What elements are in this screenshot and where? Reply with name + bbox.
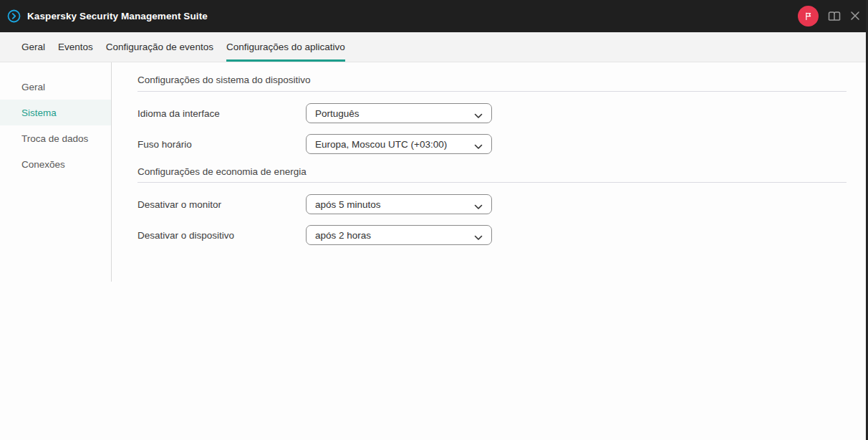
sidebar-item-conexoes[interactable]: Conexões xyxy=(0,151,111,177)
section-divider xyxy=(138,182,847,183)
settings-panel: Configurações do sistema do dispositivo … xyxy=(138,62,847,245)
app-title: Kaspersky Security Management Suite xyxy=(27,0,208,32)
device-off-label: Desativar o dispositivo xyxy=(138,230,306,241)
device-off-select[interactable]: após 2 horas xyxy=(306,225,492,245)
tab-configuracoes-do-aplicativo[interactable]: Configurações do aplicativo xyxy=(226,32,345,62)
flag-icon xyxy=(803,11,814,21)
kaspersky-logo-icon xyxy=(7,9,21,23)
monitor-off-select-value: após 5 minutos xyxy=(315,199,381,210)
sidebar-divider xyxy=(111,62,112,282)
device-off-select-value: após 2 horas xyxy=(315,230,371,241)
form-row-language: Idioma da interface Português xyxy=(138,103,847,123)
timezone-select[interactable]: Europa, Moscou UTC (+03:00) xyxy=(306,134,492,154)
sidebar-item-sistema[interactable]: Sistema xyxy=(0,100,111,125)
timezone-label: Fuso horário xyxy=(138,139,306,150)
tab-configuracao-de-eventos[interactable]: Configuração de eventos xyxy=(106,32,213,62)
chevron-down-icon xyxy=(474,232,483,238)
tab-geral[interactable]: Geral xyxy=(21,32,45,62)
timezone-select-value: Europa, Moscou UTC (+03:00) xyxy=(315,139,447,150)
language-select-value: Português xyxy=(315,108,360,119)
section-title-device-system: Configurações do sistema do dispositivo xyxy=(138,75,847,86)
monitor-off-select[interactable]: após 5 minutos xyxy=(306,194,492,214)
sidebar-item-geral[interactable]: Geral xyxy=(0,74,111,100)
section-divider xyxy=(138,91,847,92)
application-window: Kaspersky Security Management Suite xyxy=(0,0,868,440)
section-title-power-saving: Configurações de economia de energia xyxy=(138,166,847,178)
language-select[interactable]: Português xyxy=(306,103,492,123)
form-row-device-off: Desativar o dispositivo após 2 horas xyxy=(138,225,847,245)
chevron-down-icon xyxy=(474,201,483,207)
language-label: Idioma da interface xyxy=(138,108,306,119)
tab-eventos[interactable]: Eventos xyxy=(58,32,93,62)
settings-sidebar: Geral Sistema Troca de dados Conexões xyxy=(0,62,111,177)
sidebar-item-troca-de-dados[interactable]: Troca de dados xyxy=(0,125,111,151)
form-row-monitor-off: Desativar o monitor após 5 minutos xyxy=(138,194,847,214)
tab-bar: Geral Eventos Configuração de eventos Co… xyxy=(0,32,868,62)
flag-notification-badge[interactable] xyxy=(798,6,819,27)
form-row-timezone: Fuso horário Europa, Moscou UTC (+03:00) xyxy=(138,134,847,154)
title-bar: Kaspersky Security Management Suite xyxy=(0,0,868,32)
chevron-down-icon xyxy=(474,141,483,147)
close-icon[interactable] xyxy=(850,11,860,21)
chevron-down-icon xyxy=(474,110,483,116)
monitor-off-label: Desativar o monitor xyxy=(138,199,306,210)
book-icon[interactable] xyxy=(827,10,842,22)
